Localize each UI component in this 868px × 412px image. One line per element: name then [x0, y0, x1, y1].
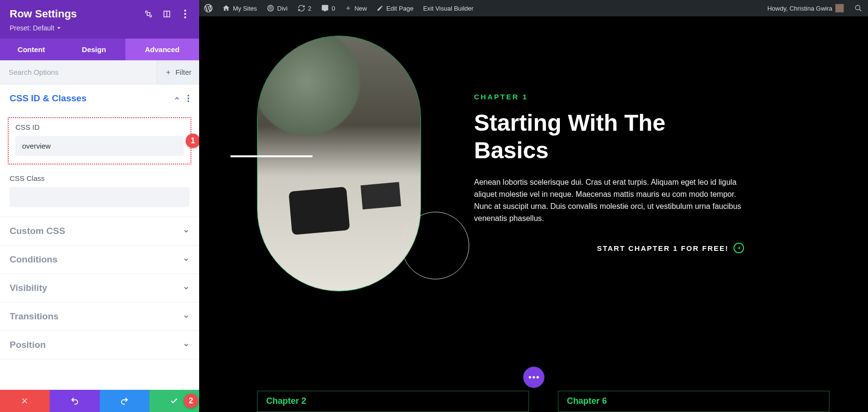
- exit-visual-builder-link[interactable]: Exit Visual Builder: [418, 0, 478, 16]
- search-input[interactable]: [0, 60, 157, 84]
- css-id-field-wrapper: CSS ID 1: [8, 117, 191, 165]
- snap-icon[interactable]: [163, 10, 171, 18]
- group-header-transitions[interactable]: Transitions: [0, 302, 199, 330]
- panel-header: Row Settings Preset: Default: [0, 0, 199, 39]
- chevron-up-icon: [174, 95, 180, 102]
- cancel-button[interactable]: [0, 390, 50, 412]
- chapter-title: Starting With The Basics: [474, 110, 744, 164]
- new-label: New: [354, 5, 367, 12]
- dashboard-icon: [267, 4, 274, 12]
- css-id-input[interactable]: [15, 136, 184, 156]
- redo-button[interactable]: [100, 390, 149, 412]
- group-title: CSS ID & Classes: [10, 93, 86, 104]
- panel-footer: 2: [0, 390, 199, 412]
- panel-title: Row Settings: [10, 8, 144, 20]
- undo-icon: [70, 397, 79, 405]
- cta-label: START CHAPTER 1 FOR FREE!: [597, 244, 729, 252]
- panel-search-bar: Filter: [0, 60, 199, 84]
- svg-point-8: [188, 97, 189, 99]
- group-title: Conditions: [10, 254, 57, 265]
- chapter-body: Aenean lobortis scelerisque dui. Cras ut…: [474, 177, 744, 224]
- admin-search[interactable]: [849, 0, 868, 16]
- admin-bar-left: My Sites Divi 2 0 New: [199, 0, 478, 16]
- site-name-label: Divi: [277, 5, 288, 12]
- wp-logo[interactable]: [199, 0, 217, 16]
- plus-icon: [165, 69, 172, 76]
- svg-point-11: [532, 376, 535, 379]
- admin-bar-right: Howdy, Christina Gwira: [762, 0, 868, 16]
- search-icon: [854, 4, 862, 12]
- css-class-field-wrapper: CSS Class: [0, 171, 199, 217]
- wordpress-icon: [204, 4, 213, 13]
- ellipsis-icon: [529, 376, 539, 379]
- group-title: Position: [10, 340, 46, 350]
- callout-badge-1: 1: [186, 134, 199, 148]
- group-visibility: Visibility: [0, 274, 199, 302]
- panel-body: CSS ID & Classes CSS ID 1 CSS Class Cust…: [0, 84, 199, 390]
- refresh-icon: [298, 4, 305, 12]
- edit-page-link[interactable]: Edit Page: [372, 0, 418, 16]
- tab-design[interactable]: Design: [63, 39, 125, 60]
- group-css-id-classes: CSS ID & Classes CSS ID 1 CSS Class: [0, 84, 199, 217]
- exit-vb-label: Exit Visual Builder: [423, 5, 474, 12]
- group-header-custom-css[interactable]: Custom CSS: [0, 217, 199, 245]
- my-sites-label: My Sites: [233, 5, 257, 12]
- chapter-cards: Chapter 2 Chapter 6: [257, 391, 829, 412]
- avatar: [835, 4, 844, 13]
- site-name-link[interactable]: Divi: [262, 0, 293, 16]
- howdy-label: Howdy, Christina Gwira: [767, 5, 832, 12]
- new-link[interactable]: New: [340, 0, 372, 16]
- group-header-conditions[interactable]: Conditions: [0, 246, 199, 274]
- group-title: Visibility: [10, 283, 47, 293]
- plus-icon: [345, 5, 352, 12]
- comments-count: 0: [332, 5, 335, 12]
- svg-point-9: [188, 100, 189, 102]
- comment-icon: [321, 4, 329, 12]
- svg-point-6: [184, 16, 186, 18]
- panel-tabs: Content Design Advanced: [0, 39, 199, 60]
- my-sites-link[interactable]: My Sites: [217, 0, 262, 16]
- chevron-down-icon: [183, 285, 190, 291]
- updates-link[interactable]: 2: [293, 0, 316, 16]
- svg-point-10: [529, 376, 531, 379]
- save-button[interactable]: 2: [149, 390, 199, 412]
- chapter-cta[interactable]: START CHAPTER 1 FOR FREE!: [474, 243, 744, 253]
- edit-page-label: Edit Page: [386, 5, 413, 12]
- chapter-card-label: Chapter 2: [266, 396, 306, 406]
- chapter-tag: CHAPTER 1: [474, 93, 744, 101]
- group-title: Transitions: [10, 311, 58, 322]
- pencil-icon: [377, 5, 383, 12]
- more-icon[interactable]: [181, 10, 190, 18]
- group-header-css-id-classes[interactable]: CSS ID & Classes: [0, 84, 199, 112]
- check-icon: [170, 397, 178, 405]
- group-header-position[interactable]: Position: [0, 331, 199, 359]
- css-class-input[interactable]: [10, 187, 190, 207]
- chevron-down-icon: [183, 256, 190, 263]
- page-actions-button[interactable]: [523, 367, 544, 388]
- more-icon[interactable]: [187, 95, 190, 102]
- close-icon: [21, 397, 29, 405]
- css-class-label: CSS Class: [10, 174, 190, 182]
- group-title: Custom CSS: [10, 226, 65, 236]
- preset-selector[interactable]: Preset: Default: [10, 24, 190, 32]
- chevron-down-icon: [183, 342, 190, 348]
- group-header-visibility[interactable]: Visibility: [0, 274, 199, 302]
- callout-badge-2: 2: [184, 394, 198, 408]
- arrow-right-icon: [733, 243, 744, 253]
- caret-down-icon: [56, 26, 61, 30]
- comments-link[interactable]: 0: [316, 0, 340, 16]
- howdy-link[interactable]: Howdy, Christina Gwira: [762, 0, 849, 16]
- svg-point-12: [536, 376, 539, 379]
- updates-count: 2: [308, 5, 312, 12]
- undo-button[interactable]: [50, 390, 99, 412]
- expand-icon[interactable]: [144, 10, 153, 18]
- chapter-card[interactable]: Chapter 6: [558, 391, 830, 412]
- filter-button[interactable]: Filter: [157, 60, 199, 84]
- tab-content[interactable]: Content: [0, 39, 63, 60]
- chapter-row: CHAPTER 1 Starting With The Basics Aenea…: [199, 36, 868, 412]
- css-id-label: CSS ID: [15, 123, 184, 131]
- tab-advanced[interactable]: Advanced: [125, 39, 199, 60]
- chapter-card[interactable]: Chapter 2: [257, 391, 529, 412]
- wp-admin-bar: My Sites Divi 2 0 New: [199, 0, 868, 16]
- svg-point-1: [855, 5, 860, 10]
